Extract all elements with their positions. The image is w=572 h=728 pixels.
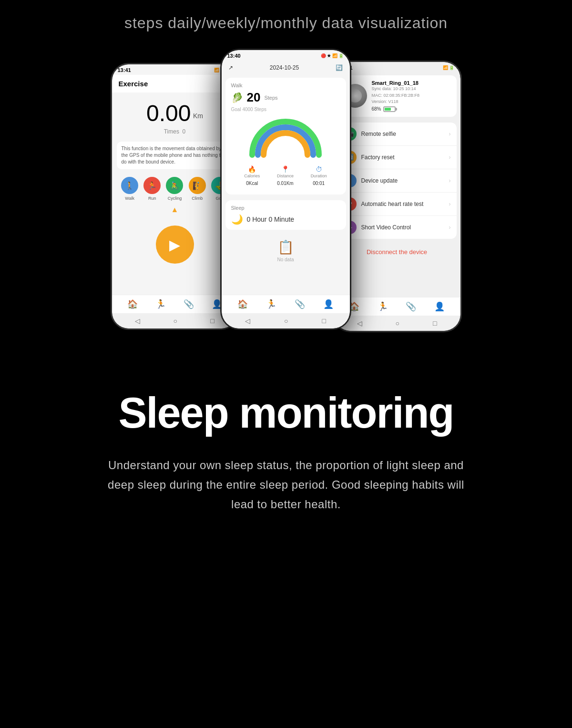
center-status-bar: 13:40 🔴 ★ 📶 🔋 [222,50,350,61]
stats-row: 🔥 Calories 0Kcal 📍 Distance 0.01Km ⏱ Dur… [231,162,340,190]
nav-activity2-icon[interactable]: 🏃 [266,299,276,309]
exercise-title: Exercise [119,80,148,88]
battery-fill [385,108,391,111]
center-phone: 13:40 🔴 ★ 📶 🔋 ↗ 2024-10-25 🔄 Walk 🥬 [220,49,351,330]
back-btn3[interactable]: ◁ [357,319,362,327]
cycling-icon: 🚴 [166,177,183,194]
device-mac: MAC: 02:08:35:FB:2B:F8 [372,92,451,99]
no-data-text: No data [277,257,294,262]
recent-btn2[interactable]: □ [322,317,326,325]
right-bottom-nav: 🏠 🏃 📎 👤 [334,297,460,316]
left-status-time: 13:41 [118,67,131,73]
right-status-icons: 📶 🔋 [443,65,455,70]
sleep-moon-icon: 🌙 [231,214,243,225]
home-btn[interactable]: ○ [174,317,177,325]
mode-cycling[interactable]: 🚴 Cycling [166,177,183,201]
walk-icon: 🚶 [121,177,138,194]
home-btn2[interactable]: ○ [284,317,288,325]
sleep-card: Sleep 🌙 0 Hour 0 Minute [225,200,346,230]
steps-unit: Steps [264,95,277,101]
menu-heart-rate[interactable]: ❤ Automatic heart rate test › [337,193,457,216]
walk-steps-value: 20 [247,90,261,105]
nav-profile3-icon[interactable]: 👤 [434,301,445,312]
stat-calories: 🔥 Calories 0Kcal [244,165,260,187]
mode-climb[interactable]: 🧗 Climb [189,177,206,201]
nav-home-active-icon[interactable]: 🏠 [237,299,248,309]
rainbow-arc [231,112,340,162]
center-status-icons: 🔴 ★ 📶 🔋 [321,53,344,58]
battery-row: 68% [372,106,451,112]
calories-icon: 🔥 [248,165,256,173]
left-android-nav: ◁ ○ □ [112,313,238,328]
menu-remote-selfie[interactable]: 📷 Remote selfie › [337,123,457,146]
battery-bar [383,106,396,112]
nav-clip2-icon[interactable]: 📎 [295,299,305,309]
duration-value: 00:01 [313,181,325,186]
center-status-time: 13:40 [227,53,241,59]
device-sync: Sync data: 10-25 10:14 [372,86,451,92]
stat-distance: 📍 Distance 0.01Km [277,165,294,187]
remote-selfie-arrow: › [449,131,451,137]
exercise-times: Times 0 [112,128,238,135]
sleep-monitoring-title: Sleep monitoring [29,390,543,437]
remote-selfie-label: Remote selfie [361,131,444,137]
right-status-bar: 13:41 📶 🔋 [334,62,460,72]
device-name: Smart_Ring_01_18 [372,80,451,86]
recent-btn[interactable]: □ [210,317,214,325]
center-phone-wrapper: 13:40 🔴 ★ 📶 🔋 ↗ 2024-10-25 🔄 Walk 🥬 [220,49,351,330]
refresh-icon[interactable]: 🔄 [336,64,343,71]
nav-activity3-icon[interactable]: 🏃 [378,301,388,312]
exercise-modes: 🚶 Walk 🏃 Run 🚴 Cycling 🧗 Climb [112,172,238,204]
mode-walk[interactable]: 🚶 Walk [121,177,138,201]
right-phone-wrapper: 13:41 📶 🔋 Smart_Ring_01_18 Sync data: 10… [332,61,462,332]
nav-activity-icon[interactable]: 🏃 [155,299,166,309]
device-update-arrow: › [449,177,451,184]
disconnect-button[interactable]: Disconnect the device [334,242,460,262]
expand-arrow[interactable]: ▲ [112,204,238,216]
battery-percentage: 68% [372,106,381,112]
center-date-header: ↗ 2024-10-25 🔄 [222,61,350,75]
distance-value: 0.01Km [277,181,293,186]
nav-home-icon[interactable]: 🏠 [127,299,138,309]
heart-rate-label: Automatic heart rate test [361,201,444,207]
exercise-note: This function is the movement data obtai… [117,142,233,169]
sleep-monitoring-description: Understand your own sleep status, the pr… [100,456,472,514]
device-menu-list: 📷 Remote selfie › 🔄 Factory reset › ⬆ De… [337,123,457,239]
device-info-card: Smart_Ring_01_18 Sync data: 10-25 10:14 … [337,75,457,117]
walk-icon: 🥬 [231,92,243,103]
exercise-header: Exercise ⏸ [112,75,238,92]
recent-btn3[interactable]: □ [433,319,437,327]
heart-rate-arrow: › [449,201,451,207]
exercise-distance: 0.00 Km Times 0 [112,92,238,139]
play-button[interactable]: ▶ [156,226,194,264]
walk-steps-row: 🥬 20 Steps [231,90,340,105]
duration-icon: ⏱ [316,165,322,173]
menu-device-update[interactable]: ⬆ Device update › [337,169,457,193]
back-btn2[interactable]: ◁ [245,317,250,325]
run-icon: 🏃 [143,177,161,194]
right-phone-screen: 13:41 📶 🔋 Smart_Ring_01_18 Sync data: 10… [334,62,460,331]
calories-value: 0Kcal [246,181,258,186]
center-bottom-nav: 🏠 🏃 📎 👤 [222,295,350,313]
arc-chart [247,117,324,160]
nav-clip3-icon[interactable]: 📎 [406,301,416,312]
nav-clip-icon[interactable]: 📎 [184,299,194,309]
menu-factory-reset[interactable]: 🔄 Factory reset › [337,146,457,169]
right-phone: 13:41 📶 🔋 Smart_Ring_01_18 Sync data: 10… [332,61,462,332]
no-data-icon: 📋 [277,239,294,255]
walk-label: Walk [231,82,340,88]
factory-reset-arrow: › [449,154,451,161]
no-data-section: 📋 No data [222,233,350,269]
share-icon[interactable]: ↗ [228,64,233,71]
walk-section: Walk 🥬 20 Steps Goal 4000 Steps [225,78,346,195]
center-date: 2024-10-25 [270,64,299,71]
back-btn[interactable]: ◁ [135,317,140,325]
short-video-label: Short Video Control [361,224,444,231]
mode-run[interactable]: 🏃 Run [143,177,161,201]
nav-profile2-icon[interactable]: 👤 [323,299,334,309]
phones-section: 13:41 📶 🔋 51 Exercise ⏸ 0.00 Km [0,41,572,351]
home-btn3[interactable]: ○ [396,319,399,327]
sleep-row: 🌙 0 Hour 0 Minute [231,214,340,225]
menu-short-video[interactable]: ▶ Short Video Control › [337,216,457,239]
goal-text: Goal 4000 Steps [231,107,340,112]
